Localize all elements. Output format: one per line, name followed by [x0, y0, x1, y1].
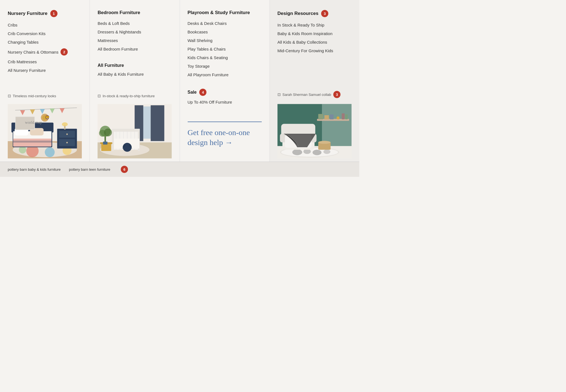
bedroom-link-mattresses[interactable]: Mattresses	[98, 38, 172, 43]
svg-point-71	[313, 150, 321, 155]
playroom-link-wall-shelving[interactable]: Wall Shelving	[188, 38, 262, 43]
svg-rect-49	[112, 129, 140, 132]
svg-rect-82	[324, 115, 329, 119]
bedroom-link-all-bedroom[interactable]: All Bedroom Furniture	[98, 47, 172, 51]
svg-text:world map: world map	[25, 120, 42, 125]
svg-rect-86	[345, 114, 348, 119]
nursery-badge: 1	[50, 10, 57, 17]
design-promo-badge: 3	[333, 91, 340, 98]
design-column-header: Design Resources 3	[277, 10, 352, 17]
svg-rect-47	[112, 129, 114, 151]
nursery-title: Nursery Furniture	[8, 11, 48, 16]
bedroom-column-header: Bedroom Furniture	[98, 10, 172, 15]
footer-link-teen[interactable]: pottery barn teen furniture	[69, 167, 111, 172]
svg-rect-13	[13, 141, 52, 143]
design-title: Design Resources	[277, 11, 318, 16]
bedroom-promo-image[interactable]	[98, 101, 172, 162]
playroom-links: Desks & Desk Chairs Bookcases Wall Shelv…	[188, 21, 262, 81]
nursery-link-chairs-ottomans[interactable]: Nursery Chairs & Ottomans 2	[8, 48, 82, 56]
playroom-link-toy-storage[interactable]: Toy Storage	[188, 64, 262, 69]
design-link-in-stock[interactable]: In Stock & Ready To Ship	[277, 23, 352, 27]
sale-section: Sale 4 Up To 40% Off Furniture	[188, 89, 262, 108]
bedroom-links: Beds & Loft Beds Dressers & Nightstands …	[98, 21, 172, 55]
svg-rect-85	[342, 114, 345, 119]
design-help-section: Get free one-on-one design help →	[188, 122, 262, 148]
svg-point-72	[323, 149, 330, 154]
playroom-column-header: Playroom & Study Furniture	[188, 10, 262, 15]
bedroom-promo-label: ⊡ In-stock & ready-to-ship furniture	[98, 94, 172, 98]
nursery-promo: ⊡ Timeless mid-century looks	[8, 88, 82, 162]
svg-point-18	[66, 142, 68, 143]
svg-rect-38	[151, 105, 164, 141]
nursery-link-all-nursery[interactable]: All Nursery Furniture	[8, 68, 82, 73]
playroom-link-play-tables[interactable]: Play Tables & Chairs	[188, 47, 262, 51]
nursery-link-changing-tables[interactable]: Changing Tables	[8, 40, 82, 44]
svg-rect-62	[103, 142, 108, 145]
all-furniture-heading: All Furniture	[98, 63, 172, 68]
playroom-title: Playroom & Study Furniture	[188, 10, 250, 15]
design-help-link[interactable]: Get free one-on-one design help →	[188, 128, 262, 148]
nursery-link-crib-mattresses[interactable]: Crib Mattresses	[8, 59, 82, 64]
svg-text:🦁: 🦁	[45, 115, 50, 120]
design-promo: ⊡ Sarah Sherman Samuel collab 3	[277, 85, 352, 162]
svg-point-61	[104, 128, 112, 136]
playroom-link-bookcases[interactable]: Bookcases	[188, 30, 262, 34]
design-badge: 3	[321, 10, 328, 17]
design-promo-image[interactable]	[277, 101, 352, 162]
bedroom-link-beds[interactable]: Beds & Loft Beds	[98, 21, 172, 26]
bedroom-promo: ⊡ In-stock & ready-to-ship furniture	[98, 88, 172, 162]
sale-badge: 4	[199, 89, 206, 96]
svg-rect-83	[330, 114, 333, 119]
mega-menu: Nursery Furniture 1 Cribs Crib Conversio…	[0, 0, 359, 162]
design-link-mid-century[interactable]: Mid-Century For Growing Kids	[277, 48, 352, 53]
bedroom-column: Bedroom Furniture Beds & Loft Beds Dress…	[90, 0, 180, 162]
design-promo-label: ⊡ Sarah Sherman Samuel collab 3	[277, 91, 352, 98]
footer-link-baby-kids[interactable]: pottery barn baby & kids furniture	[8, 167, 61, 172]
nursery-column: Nursery Furniture 1 Cribs Crib Conversio…	[0, 0, 90, 162]
svg-rect-81	[318, 114, 323, 119]
nursery-promo-label: ⊡ Timeless mid-century looks	[8, 94, 82, 98]
design-column: Design Resources 3 In Stock & Ready To S…	[270, 0, 359, 162]
bedroom-link-dressers[interactable]: Dressers & Nightstands	[98, 30, 172, 34]
svg-point-17	[66, 133, 68, 135]
sale-heading: Sale 4	[188, 89, 262, 96]
svg-point-4	[45, 147, 55, 157]
camera-icon-2: ⊡	[98, 94, 101, 98]
camera-icon: ⊡	[8, 94, 11, 98]
footer-badge: 6	[121, 166, 128, 173]
nursery-column-header: Nursery Furniture 1	[8, 10, 82, 17]
svg-rect-12	[13, 139, 52, 147]
sale-link-40-off[interactable]: Up To 40% Off Furniture	[188, 100, 262, 104]
design-links: In Stock & Ready To Ship Baby & Kids Roo…	[277, 23, 352, 57]
design-link-all-collections[interactable]: All Kids & Baby Collections	[277, 40, 352, 44]
all-baby-kids-link[interactable]: All Baby & Kids Furniture	[98, 72, 172, 77]
nursery-links: Cribs Crib Conversion Kits Changing Tabl…	[8, 23, 82, 77]
playroom-column: Playroom & Study Furniture Desks & Desk …	[180, 0, 270, 162]
nursery-chairs-badge: 2	[61, 48, 68, 56]
playroom-link-kids-chairs[interactable]: Kids Chairs & Seating	[188, 55, 262, 60]
svg-point-79	[318, 141, 331, 144]
bedroom-title: Bedroom Furniture	[98, 10, 140, 15]
design-link-inspiration[interactable]: Baby & Kids Room Inspiration	[277, 31, 352, 36]
playroom-link-desks[interactable]: Desks & Desk Chairs	[188, 21, 262, 26]
nursery-link-conversion-kits[interactable]: Crib Conversion Kits	[8, 31, 82, 36]
svg-point-20	[62, 122, 68, 126]
nursery-link-cribs[interactable]: Cribs	[8, 23, 82, 27]
svg-point-84	[336, 116, 339, 119]
camera-icon-3: ⊡	[277, 92, 281, 97]
playroom-link-all-playroom[interactable]: All Playroom Furniture	[188, 72, 262, 77]
svg-point-51	[123, 143, 132, 152]
all-furniture-section: All Furniture All Baby & Kids Furniture	[98, 63, 172, 80]
nursery-promo-image[interactable]: world map 🦁	[8, 101, 82, 162]
footer: pottery barn baby & kids furniture potte…	[0, 162, 359, 177]
svg-point-69	[292, 149, 302, 155]
